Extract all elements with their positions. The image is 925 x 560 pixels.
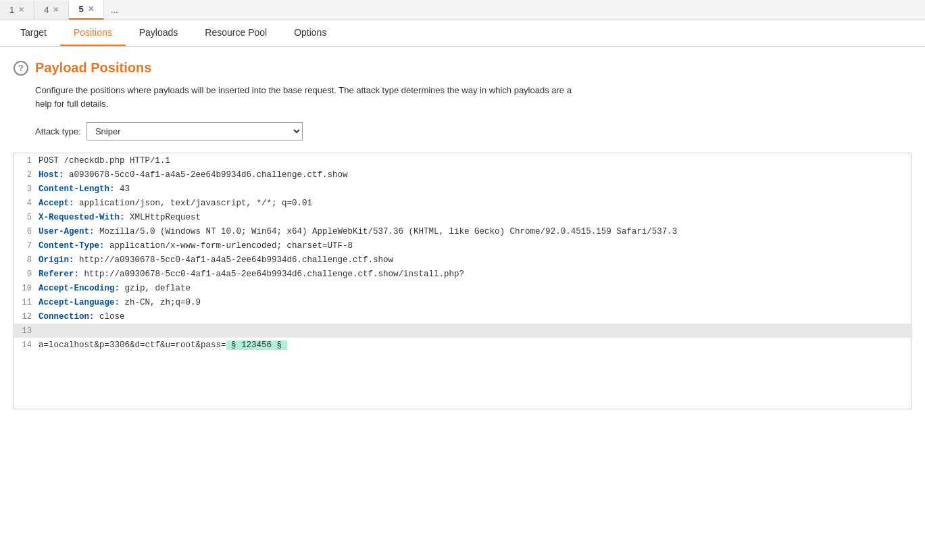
request-line-9: 9 Referer: http://a0930678-5cc0-4af1-a4a…	[14, 267, 911, 281]
request-line-4: 4 Accept: application/json, text/javascr…	[14, 196, 911, 210]
line-num-11: 11	[14, 295, 39, 309]
line-content-9: Referer: http://a0930678-5cc0-4af1-a4a5-…	[39, 267, 911, 281]
line-num-14: 14	[14, 338, 39, 352]
line-content-10: Accept-Encoding: gzip, deflate	[39, 281, 911, 295]
request-line-3: 3 Content-Length: 43	[14, 182, 911, 196]
help-icon[interactable]: ?	[14, 61, 28, 76]
tab-1-close[interactable]: ✕	[18, 5, 24, 14]
line-content-12: Connection: close	[39, 309, 911, 324]
line-content-8: Origin: http://a0930678-5cc0-4af1-a4a5-2…	[39, 253, 911, 267]
request-line-2: 2 Host: a0930678-5cc0-4af1-a4a5-2ee64b99…	[14, 168, 911, 182]
page-title: Payload Positions	[35, 60, 151, 76]
line-num-4: 4	[14, 196, 39, 210]
payload-highlight: § 123456 §	[226, 340, 287, 350]
tab-more[interactable]: ...	[104, 1, 125, 19]
request-line-5: 5 X-Requested-With: XMLHttpRequest	[14, 210, 911, 224]
nav-tab-positions[interactable]: Positions	[60, 20, 126, 46]
request-line-6: 6 User-Agent: Mozilla/5.0 (Windows NT 10…	[14, 224, 911, 238]
line-num-12: 12	[14, 309, 39, 324]
tab-5-close[interactable]: ✕	[88, 5, 94, 14]
line-content-6: User-Agent: Mozilla/5.0 (Windows NT 10.0…	[39, 224, 911, 238]
line-content-7: Content-Type: application/x-www-form-url…	[39, 238, 911, 253]
nav-tab-options[interactable]: Options	[280, 20, 340, 46]
request-line-1: 1 POST /checkdb.php HTTP/1.1	[14, 153, 911, 168]
request-line-11: 11 Accept-Language: zh-CN, zh;q=0.9	[14, 295, 911, 309]
request-line-8: 8 Origin: http://a0930678-5cc0-4af1-a4a5…	[14, 253, 911, 267]
header-name-host: Host:	[39, 170, 64, 180]
line-content-2: Host: a0930678-5cc0-4af1-a4a5-2ee64b9934…	[39, 168, 911, 182]
nav-tabs: Target Positions Payloads Resource Pool …	[0, 20, 925, 47]
tab-bar: 1 ✕ 4 ✕ 5 ✕ ...	[0, 0, 925, 20]
line-num-8: 8	[14, 253, 39, 267]
request-line-13: 13	[14, 324, 911, 338]
line-content-13	[39, 324, 911, 338]
nav-tab-resource-pool[interactable]: Resource Pool	[191, 20, 280, 46]
tab-1-label: 1	[9, 5, 14, 15]
tab-4[interactable]: 4 ✕	[34, 1, 69, 19]
request-line-10: 10 Accept-Encoding: gzip, deflate	[14, 281, 911, 295]
description: Configure the positions where payloads w…	[35, 84, 911, 110]
line-num-2: 2	[14, 168, 39, 182]
line-num-7: 7	[14, 238, 39, 253]
line-content-4: Accept: application/json, text/javascrip…	[39, 196, 911, 210]
line-num-13: 13	[14, 324, 39, 338]
nav-tab-target[interactable]: Target	[7, 20, 60, 46]
page-title-row: ? Payload Positions	[14, 60, 911, 76]
tab-4-label: 4	[44, 5, 49, 15]
attack-type-label: Attack type:	[35, 126, 81, 136]
line-content-1: POST /checkdb.php HTTP/1.1	[39, 153, 911, 168]
tab-5-label: 5	[78, 4, 83, 14]
tab-4-close[interactable]: ✕	[53, 5, 59, 14]
line-num-9: 9	[14, 267, 39, 281]
tab-5[interactable]: 5 ✕	[69, 0, 103, 20]
tab-1[interactable]: 1 ✕	[0, 1, 34, 19]
request-editor[interactable]: 1 POST /checkdb.php HTTP/1.1 2 Host: a09…	[14, 153, 911, 409]
line-content-11: Accept-Language: zh-CN, zh;q=0.9	[39, 295, 911, 309]
line-num-1: 1	[14, 153, 39, 168]
line-num-6: 6	[14, 224, 39, 238]
line-content-5: X-Requested-With: XMLHttpRequest	[39, 210, 911, 224]
request-line-7: 7 Content-Type: application/x-www-form-u…	[14, 238, 911, 253]
request-line-12: 12 Connection: close	[14, 309, 911, 324]
request-line-14: 14 a=localhost&p=3306&d=ctf&u=root&pass=…	[14, 338, 911, 352]
attack-type-row: Attack type: Sniper Battering ram Pitchf…	[35, 122, 911, 141]
attack-type-select[interactable]: Sniper Battering ram Pitchfork Cluster b…	[86, 122, 303, 141]
line-content-14: a=localhost&p=3306&d=ctf&u=root&pass= § …	[39, 338, 911, 352]
line-num-5: 5	[14, 210, 39, 224]
line-num-3: 3	[14, 182, 39, 196]
line-num-10: 10	[14, 281, 39, 295]
line-content-3: Content-Length: 43	[39, 182, 911, 196]
content-area: ? Payload Positions Configure the positi…	[0, 47, 925, 423]
nav-tab-payloads[interactable]: Payloads	[126, 20, 192, 46]
